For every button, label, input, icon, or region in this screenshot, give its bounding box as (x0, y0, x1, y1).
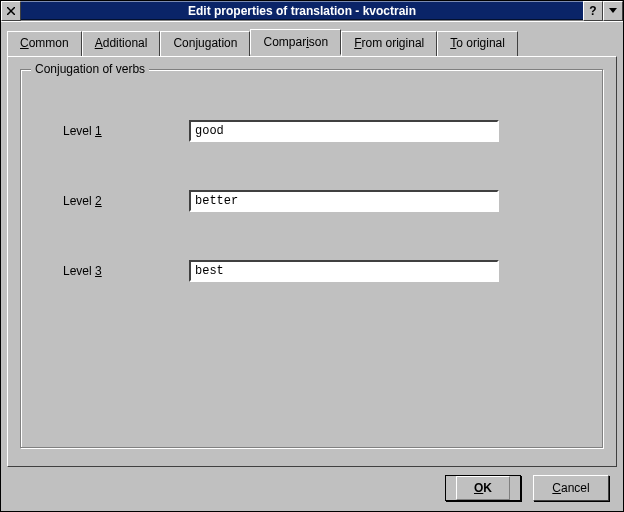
label-level-3: Level 3 (63, 264, 183, 278)
groupbox-conjugation: Conjugation of verbs Level 1 Level 2 Lev… (20, 69, 604, 449)
label-level-1: Level 1 (63, 124, 183, 138)
ok-button[interactable]: OK (445, 475, 521, 501)
minimize-icon[interactable] (603, 1, 623, 21)
tab-page: Conjugation of verbs Level 1 Level 2 Lev… (7, 56, 617, 467)
input-level-1[interactable] (189, 120, 499, 142)
groupbox-title: Conjugation of verbs (31, 62, 149, 76)
titlebar: Edit properties of translation - kvoctra… (1, 1, 623, 21)
form: Level 1 Level 2 Level 3 (63, 120, 585, 282)
tab-from-original[interactable]: From original (341, 31, 437, 57)
window-title: Edit properties of translation - kvoctra… (21, 1, 583, 20)
help-icon[interactable]: ? (583, 1, 603, 21)
svg-marker-2 (609, 8, 617, 13)
tab-to-original[interactable]: To original (437, 31, 518, 57)
tab-comparison[interactable]: Comparison (250, 29, 341, 55)
button-bar: OK Cancel (7, 467, 617, 505)
tab-bar: Common Additional Conjugation Comparison… (7, 30, 617, 56)
close-icon[interactable] (1, 1, 21, 21)
tab-additional[interactable]: Additional (82, 31, 161, 57)
input-level-3[interactable] (189, 260, 499, 282)
cancel-button[interactable]: Cancel (533, 475, 609, 501)
dialog-window: Edit properties of translation - kvoctra… (0, 0, 624, 512)
label-level-2: Level 2 (63, 194, 183, 208)
tab-common[interactable]: Common (7, 31, 82, 57)
input-level-2[interactable] (189, 190, 499, 212)
tab-conjugation[interactable]: Conjugation (160, 31, 250, 57)
client-area: Common Additional Conjugation Comparison… (1, 21, 623, 511)
